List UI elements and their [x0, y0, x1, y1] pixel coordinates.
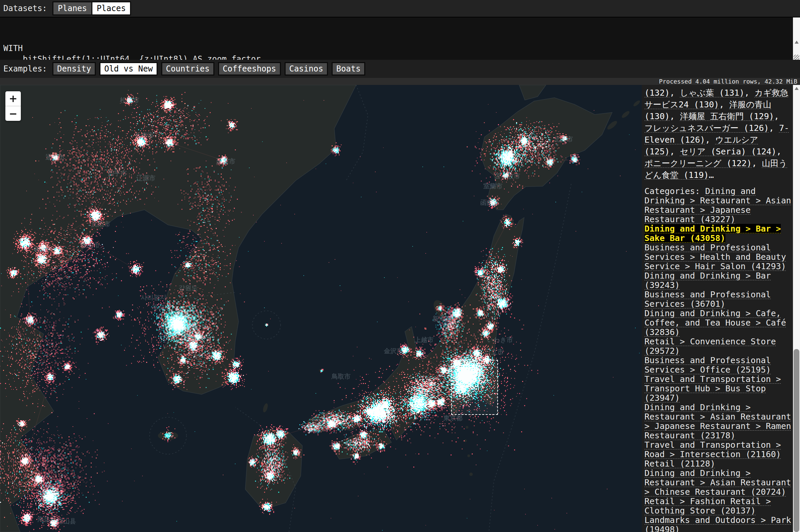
- category-link[interactable]: Landmarks and Outdoors > Park (19498): [644, 515, 791, 532]
- category-link[interactable]: Travel and Transportation > Transport Hu…: [644, 374, 781, 403]
- categories-label: Categories:: [644, 186, 705, 196]
- category-link[interactable]: Dining and Drinking > Restaurant > Asian…: [644, 468, 791, 497]
- results-panel: (132), しゃぶ葉 (131), カギ救急サービス24 (130), 洋服の…: [642, 85, 793, 532]
- category-link[interactable]: Retail > Convenience Store (29572): [644, 337, 776, 356]
- brand-link[interactable]: ポニークリーニング (122): [644, 158, 752, 168]
- category-link[interactable]: Retail > Fashion Retail > Clothing Store…: [644, 496, 771, 516]
- examples-button-group: DensityOld vs NewCountriesCoffeeshopsCas…: [52, 62, 369, 76]
- category-link[interactable]: Business and Professional Services > Off…: [644, 356, 771, 375]
- brand-link[interactable]: フレッシュネスバーガー (126): [644, 123, 769, 133]
- category-link[interactable]: Business and Professional Services > Hea…: [644, 243, 786, 271]
- scrollbar-up-arrow[interactable]: [795, 87, 799, 90]
- category-link[interactable]: Dining and Drinking > Bar (39243): [644, 271, 771, 290]
- scroll-up-icon[interactable]: [795, 41, 799, 44]
- map[interactable]: 日立市東京都いわき市上越市金沢市新潟市鳥取市苫小牧市室蘭市函館市北見市강원도사리…: [0, 85, 642, 532]
- category-link[interactable]: Travel and Transportation > Road > Inter…: [644, 440, 781, 459]
- scrollbar[interactable]: [793, 85, 800, 532]
- query-editor[interactable]: WITH bitShiftLeft(1::UInt64, {z:UInt8}) …: [0, 17, 800, 60]
- zoom-in-button[interactable]: +: [5, 91, 21, 106]
- query-editor-scrollbar[interactable]: [793, 17, 800, 60]
- dataset-button-planes[interactable]: Planes: [53, 2, 91, 15]
- category-link[interactable]: Dining and Drinking > Restaurant > Asian…: [644, 402, 791, 440]
- brand-link[interactable]: (132): [644, 88, 670, 98]
- examples-bar: Examples: DensityOld vs NewCountriesCoff…: [0, 60, 800, 78]
- example-button-casinos[interactable]: Casinos: [285, 62, 328, 76]
- dataset-button-places[interactable]: Places: [92, 2, 130, 15]
- status-bar: Processed 4.04 million rows, 42.32 MiB: [0, 78, 800, 85]
- brand-link[interactable]: セリア (Seria) (124): [680, 147, 776, 156]
- zoom-control: + −: [5, 91, 21, 121]
- brands-list: (132), しゃぶ葉 (131), カギ救急サービス24 (130), 洋服の…: [644, 87, 792, 181]
- example-button-density[interactable]: Density: [52, 62, 96, 76]
- datasets-bar: Datasets: PlanesPlaces: [0, 0, 800, 17]
- datasets-button-group: PlanesPlaces: [52, 1, 131, 16]
- zoom-out-button[interactable]: −: [5, 107, 21, 121]
- app: Datasets: PlanesPlaces WITH bitShiftLeft…: [0, 0, 800, 532]
- examples-label: Examples:: [3, 64, 47, 74]
- brand-link[interactable]: しゃぶ葉 (131): [680, 88, 744, 98]
- resize-grip-icon[interactable]: [794, 55, 799, 60]
- category-link[interactable]: Business and Professional Services (3670…: [644, 290, 771, 309]
- map-canvas[interactable]: [0, 85, 642, 532]
- example-button-countries[interactable]: Countries: [161, 62, 214, 76]
- example-button-old-vs-new[interactable]: Old vs New: [99, 62, 158, 76]
- example-button-coffeeshops[interactable]: Coffeeshops: [218, 62, 281, 76]
- datasets-label: Datasets:: [3, 4, 47, 13]
- category-link[interactable]: Retail (21128): [644, 459, 715, 469]
- category-link-selected[interactable]: Dining and Drinking > Bar > Sake Bar (43…: [644, 224, 781, 243]
- selection-box[interactable]: [451, 360, 498, 415]
- categories-list: Categories: Dining and Drinking > Restau…: [644, 187, 792, 532]
- query-editor-text[interactable]: WITH bitShiftLeft(1::UInt64, {z:UInt8}) …: [3, 43, 790, 60]
- main-content: 日立市東京都いわき市上越市金沢市新潟市鳥取市苫小牧市室蘭市函館市北見市강원도사리…: [0, 85, 800, 532]
- category-link[interactable]: Dining and Drinking > Cafe, Coffee, and …: [644, 308, 786, 337]
- example-button-boats[interactable]: Boats: [332, 62, 365, 76]
- status-text: Processed 4.04 million rows, 42.32 MiB: [659, 78, 797, 85]
- brand-link[interactable]: 洋麺屋 五右衛門 (129): [680, 111, 774, 121]
- scrollbar-thumb[interactable]: [794, 349, 799, 532]
